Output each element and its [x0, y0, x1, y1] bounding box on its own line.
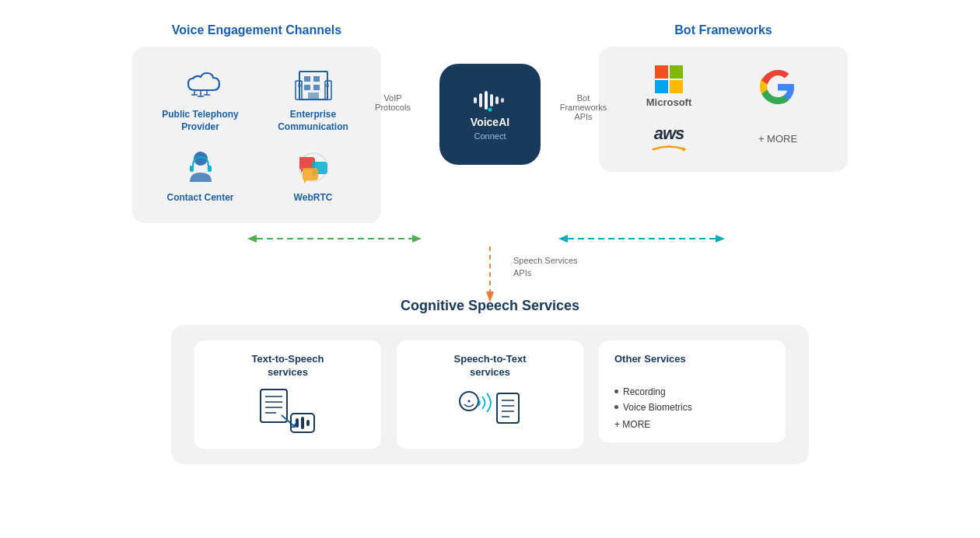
bf-section: Bot Frameworks Microsoft [591, 23, 856, 172]
aws-logo: aws [622, 124, 716, 153]
top-section: Voice Engagement Channels [0, 0, 980, 223]
svg-rect-18 [208, 166, 212, 172]
svg-rect-10 [313, 85, 320, 90]
more-services: + MORE [614, 419, 770, 430]
cloud-icon [179, 65, 222, 103]
svg-rect-21 [479, 93, 482, 107]
svg-rect-7 [304, 76, 310, 82]
more-label: + MORE [731, 133, 824, 145]
svg-rect-43 [296, 418, 299, 428]
svg-rect-23 [490, 94, 493, 107]
vec-section: Voice Engagement Channels [124, 23, 389, 223]
vec-item-contact: Contact Center [148, 148, 253, 204]
bf-title: Bot Frameworks [674, 23, 772, 37]
bottom-section: Cognitive Speech Services Text-to-Speech… [0, 298, 980, 464]
svg-rect-22 [485, 91, 488, 110]
vec-item-webrtc: WebRTC [261, 148, 366, 204]
speech-arrow-section: Speech ServicesAPIs [0, 239, 980, 309]
voiceai-title: VoiceAI [471, 116, 509, 128]
svg-point-47 [468, 400, 471, 402]
voip-label: VoIPProtocols [366, 93, 420, 112]
vec-box: Public TelephonyProvider [132, 47, 381, 223]
building-icon [292, 65, 335, 103]
css-box: Text-to-Speechservices [171, 325, 809, 464]
webrtc-icon [292, 148, 335, 186]
svg-point-26 [488, 108, 492, 112]
svg-rect-44 [301, 417, 304, 429]
bot-api-label: Bot FrameworksAPIs [552, 93, 614, 121]
diagram-container: Voice Engagement Channels [0, 0, 980, 538]
svg-rect-11 [308, 93, 319, 100]
vec-title: Voice Engagement Channels [172, 23, 341, 37]
microsoft-logo: Microsoft [622, 65, 716, 108]
speech-services-label: Speech ServicesAPIs [513, 254, 578, 280]
microsoft-label: Microsoft [646, 96, 692, 108]
tts-title: Text-to-Speechservices [252, 353, 324, 379]
voice-biometrics-item: Voice Biometrics [614, 402, 770, 413]
enterprise-label: EnterpriseCommunication [278, 109, 348, 133]
svg-rect-8 [313, 76, 320, 82]
svg-rect-25 [501, 98, 504, 103]
recording-item: Recording [614, 386, 770, 397]
webrtc-label: WebRTC [294, 192, 333, 204]
svg-rect-9 [304, 85, 310, 90]
svg-rect-17 [190, 166, 194, 172]
svg-rect-13 [298, 84, 301, 87]
telephony-label: Public TelephonyProvider [162, 109, 238, 133]
contact-label: Contact Center [166, 192, 233, 204]
other-services-title: Other Services [614, 353, 770, 365]
svg-rect-45 [306, 420, 310, 426]
tts-service: Text-to-Speechservices [194, 341, 381, 449]
svg-marker-35 [486, 292, 494, 302]
center-area: VoIPProtocols Bot FrameworksAPIs Voice [389, 23, 591, 165]
vec-item-enterprise: EnterpriseCommunication [261, 65, 366, 133]
svg-marker-27 [683, 147, 686, 152]
headset-icon [179, 148, 222, 186]
svg-rect-15 [326, 84, 329, 87]
svg-rect-24 [495, 96, 499, 104]
other-services: Other Services Recording Voice Biometric… [599, 341, 786, 442]
voiceai-box: VoiceAI Connect [439, 64, 541, 165]
svg-rect-48 [497, 393, 519, 423]
stt-title: Speech-to-Textservices [454, 353, 527, 379]
svg-rect-20 [474, 97, 477, 103]
voiceai-connect: Connect [474, 131, 506, 141]
vec-item-telephony: Public TelephonyProvider [148, 65, 253, 133]
bf-box: Microsoft aws [599, 47, 848, 172]
stt-service: Speech-to-Textservices [397, 341, 583, 449]
google-logo [731, 68, 824, 107]
